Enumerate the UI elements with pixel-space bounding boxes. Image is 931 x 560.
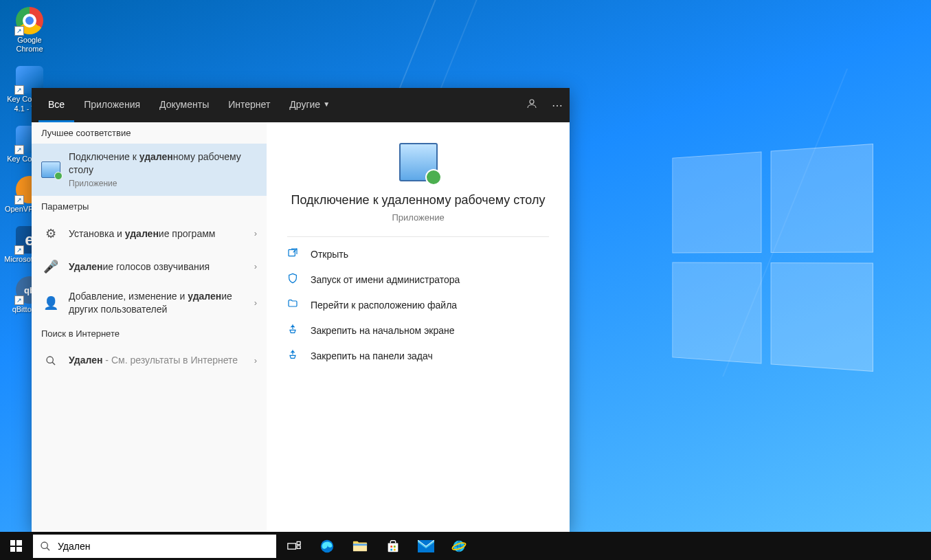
preview-subtitle: Приложение (287, 212, 549, 223)
action-pin-to-taskbar[interactable]: Закрепить на панели задач (287, 343, 549, 368)
section-web-search: Поиск в Интернете (32, 323, 267, 344)
svg-rect-10 (353, 544, 367, 546)
chevron-right-icon: › (254, 355, 257, 366)
svg-rect-13 (390, 548, 392, 550)
search-icon (40, 541, 51, 552)
task-view-icon (286, 538, 302, 555)
chrome-icon: ↗ (16, 7, 43, 34)
wallpaper-windows-logo (672, 144, 873, 372)
taskbar-edge[interactable] (311, 532, 344, 560)
chevron-right-icon: › (254, 261, 257, 271)
svg-rect-6 (288, 543, 296, 548)
shield-icon (287, 273, 301, 286)
action-pin-to-start[interactable]: Закрепить на начальном экране (287, 317, 549, 343)
svg-point-1 (47, 357, 53, 363)
chevron-down-icon: ▼ (323, 100, 330, 108)
taskbar-store[interactable] (377, 532, 410, 560)
svg-rect-12 (394, 546, 396, 548)
gear-icon: ⚙ (41, 224, 60, 243)
preview-hero: Подключение к удаленному рабочему столу … (267, 122, 570, 236)
preview-actions: Открыть Запуск от имени администратора П… (287, 236, 549, 372)
pin-icon (287, 324, 301, 337)
mail-icon (418, 538, 434, 555)
search-panel-header: Все Приложения Документы Интернет Другие… (32, 88, 570, 122)
start-search-panel: Все Приложения Документы Интернет Другие… (32, 88, 570, 532)
store-icon (385, 538, 401, 555)
shortcut-arrow-icon: ↗ (14, 26, 24, 36)
desktop-icon-chrome[interactable]: ↗ Google Chrome (3, 7, 56, 54)
tab-more[interactable]: Другие▼ (280, 88, 339, 122)
result-item-web-search[interactable]: Удален - См. результаты в Интернете › (32, 344, 267, 377)
search-panel-body: Лучшее соответствие Подключение к удален… (32, 122, 570, 532)
feedback-icon[interactable] (526, 98, 538, 113)
svg-rect-11 (390, 546, 392, 548)
svg-rect-3 (289, 250, 295, 256)
preview-title: Подключение к удаленному рабочему столу (287, 192, 549, 208)
chevron-right-icon: › (254, 298, 257, 308)
folder-icon (287, 298, 301, 311)
taskbar-mail[interactable] (410, 532, 442, 560)
desktop-icon-label: Google Chrome (3, 36, 56, 54)
pin-icon (287, 349, 301, 362)
result-item-remove-voices[interactable]: 🎤 Удаление голосов озвучивания › (32, 250, 267, 283)
tab-apps[interactable]: Приложения (74, 88, 150, 122)
windows-logo-icon (10, 540, 22, 552)
svg-rect-8 (297, 546, 300, 548)
taskbar-task-view[interactable] (278, 532, 311, 560)
tab-all[interactable]: Все (38, 88, 74, 122)
search-input[interactable] (58, 541, 269, 552)
search-results-list: Лучшее соответствие Подключение к удален… (32, 122, 267, 532)
tab-internet[interactable]: Интернет (218, 88, 280, 122)
svg-line-2 (52, 362, 55, 365)
more-options-icon[interactable]: ⋯ (552, 99, 563, 112)
action-open-file-location[interactable]: Перейти к расположению файла (287, 292, 549, 317)
user-icon: 👤 (41, 293, 60, 313)
action-open[interactable]: Открыть (287, 241, 549, 267)
action-run-as-admin[interactable]: Запуск от имени администратора (287, 267, 549, 292)
section-settings: Параметры (32, 196, 267, 217)
ie-icon (451, 538, 467, 555)
taskbar-ie[interactable] (442, 532, 475, 560)
rdp-icon-large (399, 143, 438, 181)
chevron-right-icon: › (254, 228, 257, 238)
taskbar-search-box[interactable] (33, 535, 276, 558)
folder-icon (352, 538, 368, 555)
result-item-rdp[interactable]: Подключение к удаленному рабочему столу … (32, 144, 267, 196)
start-button[interactable] (0, 532, 32, 560)
svg-rect-14 (394, 548, 396, 550)
search-preview-pane: Подключение к удаленному рабочему столу … (267, 122, 570, 532)
search-filter-tabs: Все Приложения Документы Интернет Другие… (38, 88, 339, 122)
mic-icon: 🎤 (41, 257, 60, 276)
open-icon (287, 247, 301, 260)
search-icon (41, 351, 60, 370)
result-item-manage-users[interactable]: 👤 Добавление, изменение и удаление други… (32, 283, 267, 323)
svg-line-5 (47, 548, 49, 550)
svg-rect-7 (297, 541, 300, 544)
section-best-match: Лучшее соответствие (32, 122, 267, 144)
result-item-uninstall-programs[interactable]: ⚙ Установка и удаление программ › (32, 217, 267, 250)
edge-icon (319, 538, 335, 555)
rdp-icon (41, 161, 60, 178)
taskbar (0, 532, 931, 560)
tab-documents[interactable]: Документы (150, 88, 218, 122)
svg-point-4 (41, 542, 47, 548)
svg-point-0 (530, 100, 534, 104)
taskbar-file-explorer[interactable] (344, 532, 377, 560)
